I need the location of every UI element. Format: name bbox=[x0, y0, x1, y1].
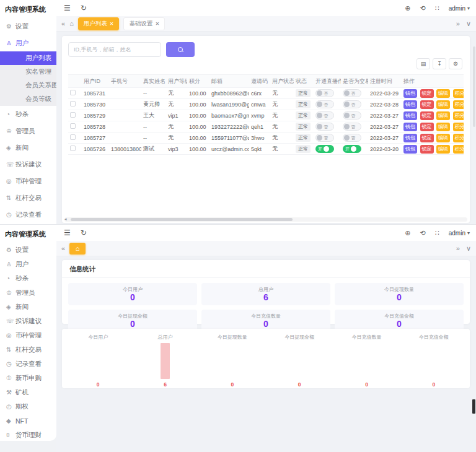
row-action-button[interactable]: 锁定 bbox=[420, 100, 434, 109]
trader-toggle[interactable]: 否 bbox=[343, 111, 361, 120]
history-icon[interactable]: ⟲ bbox=[420, 4, 426, 12]
row-checkbox[interactable] bbox=[70, 146, 76, 151]
sidebar-item[interactable]: ◴ 期权 bbox=[0, 399, 56, 414]
row-action-button[interactable]: 编辑 bbox=[436, 123, 450, 131]
row-action-button[interactable]: 编辑 bbox=[436, 100, 450, 109]
home-icon[interactable]: ⌂ bbox=[69, 20, 74, 27]
sidebar-item[interactable]: ◈ 新闻 bbox=[0, 300, 56, 314]
sidebar-item[interactable]: ♔ 管理员 bbox=[0, 123, 56, 139]
sidebar-item[interactable]: ◈ 新闻 bbox=[0, 139, 56, 156]
row-action-button[interactable]: 编辑 bbox=[436, 134, 450, 142]
page-tab[interactable]: 用户列表 ✕ bbox=[78, 17, 120, 30]
row-action-button[interactable]: 锁定 bbox=[420, 123, 434, 131]
sidebar-item[interactable]: ♙ 用户 bbox=[0, 257, 56, 271]
row-action-button[interactable]: 锁定 bbox=[420, 111, 434, 120]
sidebar-item[interactable]: ☏ 投诉建议 bbox=[0, 314, 56, 328]
globe-icon[interactable]: ⊕ bbox=[405, 229, 410, 237]
row-action-button[interactable]: 钱包 bbox=[403, 145, 417, 154]
row-action-button[interactable]: 钱包 bbox=[403, 123, 417, 131]
row-action-button[interactable]: 积分 bbox=[453, 145, 464, 154]
sidebar-item[interactable]: ① 新币申购 bbox=[0, 223, 56, 224]
row-checkbox[interactable] bbox=[70, 101, 76, 106]
row-checkbox[interactable] bbox=[70, 90, 76, 95]
home-tab[interactable]: ⌂ bbox=[69, 243, 86, 254]
live-author-toggle[interactable]: 否 bbox=[315, 111, 334, 120]
vertical-scrollbar-thumb-dark[interactable] bbox=[472, 399, 475, 414]
trader-toggle[interactable]: 否 bbox=[343, 100, 361, 108]
menu-icon[interactable]: ☰ bbox=[64, 228, 71, 237]
row-action-button[interactable]: 积分 bbox=[453, 111, 464, 120]
sidebar-item[interactable]: ♔ 管理员 bbox=[0, 285, 56, 300]
user-menu[interactable]: admin ▾ bbox=[449, 230, 470, 237]
refresh-icon[interactable]: ↻ bbox=[81, 4, 87, 12]
sidebar-item[interactable]: ☏ 投诉建议 bbox=[0, 156, 56, 173]
row-action-button[interactable]: 钱包 bbox=[403, 89, 417, 98]
sidebar-item[interactable]: ◆ NFT bbox=[0, 414, 56, 428]
sidebar-item[interactable]: ⇅ 杠杆交易 bbox=[0, 189, 56, 206]
trader-toggle[interactable]: 否 bbox=[343, 89, 361, 97]
scroll-left-icon[interactable]: ◂ bbox=[64, 217, 67, 222]
sidebar-item[interactable]: ① 新币申购 bbox=[0, 371, 56, 385]
tabs-chevron-down-icon[interactable]: ∨ bbox=[466, 245, 471, 253]
sidebar-item[interactable]: ♙ 用户 bbox=[0, 35, 56, 51]
row-checkbox[interactable] bbox=[70, 123, 76, 129]
table-toolbar-icon[interactable]: ↧ bbox=[433, 58, 446, 69]
sidebar-item[interactable]: ◔ 秒杀 bbox=[0, 271, 56, 285]
tabs-collapse-icon[interactable]: « bbox=[61, 20, 65, 27]
row-action-button[interactable]: 积分 bbox=[453, 89, 464, 98]
tab-close-icon[interactable]: ✕ bbox=[155, 21, 159, 27]
sidebar-item[interactable]: ◷ 记录查看 bbox=[0, 206, 56, 223]
tabs-expand-icon[interactable]: » bbox=[456, 245, 460, 253]
horizontal-scrollbar[interactable]: ◂ bbox=[64, 217, 467, 222]
scrollbar-thumb[interactable] bbox=[71, 218, 293, 221]
row-action-button[interactable]: 锁定 bbox=[420, 145, 434, 154]
row-checkbox[interactable] bbox=[70, 112, 76, 118]
live-author-toggle[interactable]: 否 bbox=[315, 123, 334, 131]
tabs-expand-icon[interactable]: » bbox=[456, 20, 460, 28]
page-tab[interactable]: 基础设置 ✕ bbox=[123, 17, 165, 30]
row-action-button[interactable]: 钱包 bbox=[403, 134, 417, 142]
sidebar-item[interactable]: ⚙ 设置 bbox=[0, 243, 56, 257]
row-action-button[interactable]: 钱包 bbox=[403, 100, 417, 109]
search-button[interactable] bbox=[166, 42, 195, 57]
sidebar-item[interactable]: ◔ 秒杀 bbox=[0, 106, 56, 123]
table-toolbar-icon[interactable]: ▤ bbox=[416, 58, 430, 69]
table-toolbar-icon[interactable]: ⚙ bbox=[449, 58, 462, 69]
fullscreen-icon[interactable]: ∷ bbox=[435, 229, 439, 237]
sidebar-item[interactable]: 会员等级 bbox=[0, 92, 56, 106]
trader-toggle[interactable]: 否 bbox=[343, 123, 361, 131]
trader-toggle[interactable]: 开 bbox=[343, 145, 361, 153]
tab-close-icon[interactable]: ✕ bbox=[110, 21, 114, 27]
menu-icon[interactable]: ☰ bbox=[64, 4, 71, 12]
row-action-button[interactable]: 编辑 bbox=[436, 89, 450, 98]
live-author-toggle[interactable]: 否 bbox=[315, 100, 334, 108]
live-author-toggle[interactable]: 开 bbox=[315, 145, 334, 153]
sidebar-item[interactable]: ⚒ 矿机 bbox=[0, 385, 56, 399]
sidebar-item[interactable]: 用户列表 bbox=[0, 51, 56, 65]
live-author-toggle[interactable]: 否 bbox=[315, 89, 334, 97]
sidebar-item[interactable]: 会员关系图 bbox=[0, 79, 56, 92]
sidebar-item[interactable]: 实名管理 bbox=[0, 65, 56, 79]
row-checkbox[interactable] bbox=[70, 134, 76, 140]
globe-icon[interactable]: ⊕ bbox=[405, 4, 410, 12]
sidebar-item[interactable]: ◷ 记录查看 bbox=[0, 357, 56, 371]
tabs-collapse-icon[interactable]: « bbox=[61, 245, 65, 252]
sidebar-item[interactable]: ¤ 货币理财 bbox=[0, 428, 56, 441]
row-action-button[interactable]: 锁定 bbox=[420, 89, 434, 98]
row-action-button[interactable]: 积分 bbox=[453, 123, 464, 131]
row-action-button[interactable]: 锁定 bbox=[420, 134, 434, 142]
row-action-button[interactable]: 钱包 bbox=[403, 111, 417, 120]
sidebar-item[interactable]: ⚙ 设置 bbox=[0, 18, 56, 35]
row-action-button[interactable]: 编辑 bbox=[436, 145, 450, 154]
live-author-toggle[interactable]: 否 bbox=[315, 134, 334, 142]
sidebar-item[interactable]: ⇅ 杠杆交易 bbox=[0, 342, 56, 357]
sidebar-item[interactable]: ◎ 币种管理 bbox=[0, 328, 56, 342]
trader-toggle[interactable]: 否 bbox=[343, 134, 361, 142]
row-action-button[interactable]: 积分 bbox=[453, 134, 464, 142]
search-input[interactable] bbox=[68, 42, 161, 57]
user-menu[interactable]: admin ▾ bbox=[449, 5, 470, 12]
vertical-scrollbar-thumb[interactable] bbox=[473, 46, 475, 127]
row-action-button[interactable]: 编辑 bbox=[436, 111, 450, 120]
row-action-button[interactable]: 积分 bbox=[453, 100, 464, 109]
fullscreen-icon[interactable]: ∷ bbox=[435, 4, 439, 12]
